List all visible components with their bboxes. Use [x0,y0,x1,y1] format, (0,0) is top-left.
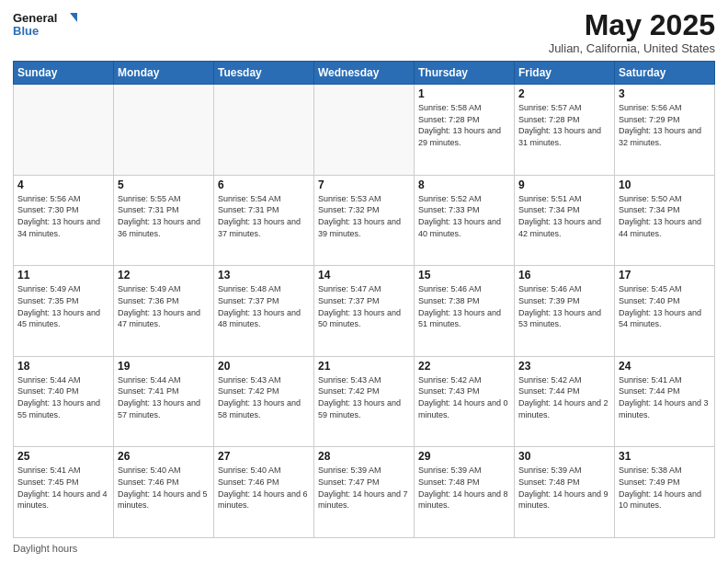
calendar-cell: 22Sunrise: 5:42 AM Sunset: 7:43 PM Dayli… [415,356,515,447]
day-number: 10 [619,178,711,191]
day-number: 11 [17,269,109,282]
day-number: 9 [518,178,610,191]
day-number: 12 [118,269,210,282]
calendar-table: SundayMondayTuesdayWednesdayThursdayFrid… [13,61,715,538]
weekday-header: Sunday [14,62,114,85]
day-number: 25 [17,450,109,463]
day-number: 24 [619,360,711,373]
calendar-cell: 10Sunrise: 5:50 AM Sunset: 7:34 PM Dayli… [615,175,715,266]
day-number: 1 [418,87,510,100]
day-info: Sunrise: 5:56 AM Sunset: 7:30 PM Dayligh… [17,193,109,239]
calendar-cell: 31Sunrise: 5:38 AM Sunset: 7:49 PM Dayli… [615,447,715,538]
day-info: Sunrise: 5:39 AM Sunset: 7:48 PM Dayligh… [418,465,510,511]
day-number: 13 [218,269,310,282]
day-info: Sunrise: 5:39 AM Sunset: 7:47 PM Dayligh… [318,465,410,511]
day-info: Sunrise: 5:50 AM Sunset: 7:34 PM Dayligh… [619,193,711,239]
calendar-cell: 15Sunrise: 5:46 AM Sunset: 7:38 PM Dayli… [415,266,515,357]
calendar-week-row: 4Sunrise: 5:56 AM Sunset: 7:30 PM Daylig… [14,175,715,266]
day-info: Sunrise: 5:42 AM Sunset: 7:44 PM Dayligh… [518,374,610,420]
calendar-cell: 1Sunrise: 5:58 AM Sunset: 7:28 PM Daylig… [415,85,515,176]
calendar-header-row: SundayMondayTuesdayWednesdayThursdayFrid… [14,62,715,85]
calendar-body: 1Sunrise: 5:58 AM Sunset: 7:28 PM Daylig… [14,85,715,538]
calendar-cell: 16Sunrise: 5:46 AM Sunset: 7:39 PM Dayli… [515,266,615,357]
weekday-header: Tuesday [214,62,314,85]
calendar-cell: 4Sunrise: 5:56 AM Sunset: 7:30 PM Daylig… [14,175,114,266]
calendar-cell: 26Sunrise: 5:40 AM Sunset: 7:46 PM Dayli… [114,447,214,538]
day-number: 18 [17,360,109,373]
calendar-cell: 21Sunrise: 5:43 AM Sunset: 7:42 PM Dayli… [314,356,415,447]
day-number: 30 [518,450,610,463]
calendar-cell: 30Sunrise: 5:39 AM Sunset: 7:48 PM Dayli… [515,447,615,538]
day-info: Sunrise: 5:51 AM Sunset: 7:34 PM Dayligh… [518,193,610,239]
footer: Daylight hours [13,543,715,554]
header: General Blue May 2025 Julian, California… [13,9,715,55]
calendar-cell: 27Sunrise: 5:40 AM Sunset: 7:46 PM Dayli… [214,447,314,538]
calendar-week-row: 18Sunrise: 5:44 AM Sunset: 7:40 PM Dayli… [14,356,715,447]
day-number: 31 [619,450,711,463]
calendar-cell [214,85,314,176]
calendar-cell [114,85,214,176]
calendar-cell: 24Sunrise: 5:41 AM Sunset: 7:44 PM Dayli… [615,356,715,447]
day-number: 7 [318,178,410,191]
day-info: Sunrise: 5:54 AM Sunset: 7:31 PM Dayligh… [218,193,310,239]
weekday-header: Friday [515,62,615,85]
calendar-cell: 8Sunrise: 5:52 AM Sunset: 7:33 PM Daylig… [415,175,515,266]
day-info: Sunrise: 5:43 AM Sunset: 7:42 PM Dayligh… [318,374,410,420]
calendar-cell: 7Sunrise: 5:53 AM Sunset: 7:32 PM Daylig… [314,175,415,266]
day-number: 8 [418,178,510,191]
day-info: Sunrise: 5:41 AM Sunset: 7:44 PM Dayligh… [619,374,711,420]
svg-text:General: General [13,11,57,25]
day-number: 26 [118,450,210,463]
page: General Blue May 2025 Julian, California… [0,0,728,563]
day-info: Sunrise: 5:56 AM Sunset: 7:29 PM Dayligh… [619,102,711,148]
day-number: 16 [518,269,610,282]
day-info: Sunrise: 5:40 AM Sunset: 7:46 PM Dayligh… [118,465,210,511]
day-info: Sunrise: 5:40 AM Sunset: 7:46 PM Dayligh… [218,465,310,511]
day-info: Sunrise: 5:46 AM Sunset: 7:39 PM Dayligh… [518,283,610,329]
day-info: Sunrise: 5:49 AM Sunset: 7:36 PM Dayligh… [118,283,210,329]
day-info: Sunrise: 5:45 AM Sunset: 7:40 PM Dayligh… [619,283,711,329]
day-number: 20 [218,360,310,373]
title-block: May 2025 Julian, California, United Stat… [549,9,715,55]
day-info: Sunrise: 5:43 AM Sunset: 7:42 PM Dayligh… [218,374,310,420]
day-number: 15 [418,269,510,282]
weekday-header: Thursday [415,62,515,85]
calendar-cell: 17Sunrise: 5:45 AM Sunset: 7:40 PM Dayli… [615,266,715,357]
calendar-cell [14,85,114,176]
logo-svg: General Blue [13,9,77,42]
calendar-cell: 20Sunrise: 5:43 AM Sunset: 7:42 PM Dayli… [214,356,314,447]
day-info: Sunrise: 5:38 AM Sunset: 7:49 PM Dayligh… [619,465,711,511]
day-number: 14 [318,269,410,282]
svg-text:Blue: Blue [13,24,39,38]
day-number: 22 [418,360,510,373]
day-info: Sunrise: 5:42 AM Sunset: 7:43 PM Dayligh… [418,374,510,420]
day-info: Sunrise: 5:52 AM Sunset: 7:33 PM Dayligh… [418,193,510,239]
day-info: Sunrise: 5:48 AM Sunset: 7:37 PM Dayligh… [218,283,310,329]
day-number: 5 [118,178,210,191]
calendar-week-row: 1Sunrise: 5:58 AM Sunset: 7:28 PM Daylig… [14,85,715,176]
calendar-cell: 13Sunrise: 5:48 AM Sunset: 7:37 PM Dayli… [214,266,314,357]
day-number: 3 [619,87,711,100]
calendar-cell: 14Sunrise: 5:47 AM Sunset: 7:37 PM Dayli… [314,266,415,357]
day-number: 19 [118,360,210,373]
day-info: Sunrise: 5:44 AM Sunset: 7:41 PM Dayligh… [118,374,210,420]
weekday-header: Monday [114,62,214,85]
day-number: 28 [318,450,410,463]
day-number: 17 [619,269,711,282]
day-info: Sunrise: 5:39 AM Sunset: 7:48 PM Dayligh… [518,465,610,511]
day-number: 23 [518,360,610,373]
calendar-cell [314,85,415,176]
calendar-week-row: 11Sunrise: 5:49 AM Sunset: 7:35 PM Dayli… [14,266,715,357]
main-title: May 2025 [549,9,715,41]
calendar-cell: 23Sunrise: 5:42 AM Sunset: 7:44 PM Dayli… [515,356,615,447]
calendar-cell: 19Sunrise: 5:44 AM Sunset: 7:41 PM Dayli… [114,356,214,447]
calendar-cell: 9Sunrise: 5:51 AM Sunset: 7:34 PM Daylig… [515,175,615,266]
day-info: Sunrise: 5:47 AM Sunset: 7:37 PM Dayligh… [318,283,410,329]
calendar-cell: 5Sunrise: 5:55 AM Sunset: 7:31 PM Daylig… [114,175,214,266]
logo: General Blue [13,9,77,42]
day-number: 29 [418,450,510,463]
calendar-cell: 3Sunrise: 5:56 AM Sunset: 7:29 PM Daylig… [615,85,715,176]
subtitle: Julian, California, United States [549,41,715,55]
calendar-cell: 6Sunrise: 5:54 AM Sunset: 7:31 PM Daylig… [214,175,314,266]
calendar-cell: 12Sunrise: 5:49 AM Sunset: 7:36 PM Dayli… [114,266,214,357]
